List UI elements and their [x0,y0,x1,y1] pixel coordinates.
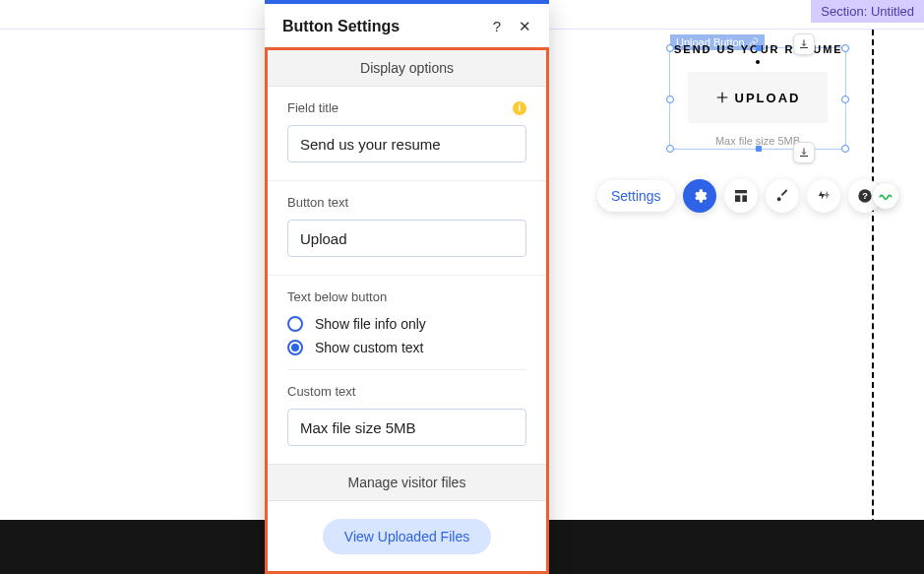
guide-line [872,30,874,574]
resize-handle[interactable] [666,96,674,103]
upload-widget[interactable]: Upload Button SEND US YOUR RESUME UPLOAD… [669,47,846,150]
view-uploaded-files-button[interactable]: View Uploaded Files [323,519,491,554]
button-text-input[interactable] [287,220,526,257]
panel-title: Button Settings [282,18,400,35]
radio-label: Show file info only [315,316,426,332]
panel-header: Button Settings ? ✕ [265,4,549,47]
radio-icon [287,316,303,332]
gear-icon [692,188,708,204]
resize-handle[interactable] [666,44,674,52]
layout-icon [733,188,749,204]
brush-icon [774,188,790,204]
plus-icon [715,91,729,104]
help-icon: ? [857,188,873,204]
floating-toolbar: Settings ? [597,179,882,213]
panel-close-button[interactable]: ✕ [519,18,531,35]
rotate-handle[interactable] [756,60,760,64]
layout-button[interactable] [724,179,758,213]
radio-file-info-only[interactable]: Show file info only [287,316,526,332]
squiggle-icon [878,188,893,204]
resize-handle[interactable] [756,146,762,152]
section-badge[interactable]: Section: Untitled [811,0,924,23]
svg-rect-1 [735,195,740,202]
download-icon-badge[interactable] [793,33,815,55]
resize-handle[interactable] [841,145,849,153]
svg-text:?: ? [862,191,868,201]
button-text-label: Button text [287,195,526,210]
widget-upload-label: UPLOAD [735,91,801,105]
widget-upload-button[interactable]: UPLOAD [688,72,828,123]
resize-handle[interactable] [756,45,762,51]
download-icon-badge[interactable] [793,142,815,163]
field-title-label: Field title [287,100,339,115]
radio-custom-text[interactable]: Show custom text [287,340,526,355]
animation-icon [816,188,832,204]
manage-files-header: Manage visitor files [268,464,546,501]
custom-text-label: Custom text [287,384,526,399]
text-below-block: Text below button Show file info only Sh… [268,276,546,464]
download-icon [798,38,810,50]
resize-handle[interactable] [841,96,849,103]
panel-help-button[interactable]: ? [493,18,501,35]
svg-rect-2 [742,195,747,202]
custom-text-input[interactable] [287,409,526,446]
radio-label: Show custom text [315,340,424,355]
field-title-input[interactable] [287,125,526,162]
svg-rect-0 [735,190,747,193]
divider [287,369,526,370]
animate-button[interactable] [807,179,840,213]
display-options-header: Display options [268,50,546,87]
resize-handle[interactable] [666,145,674,153]
panel-body: Display options Field title i Button tex… [265,47,549,574]
section-style-button[interactable] [873,183,898,209]
radio-icon [287,340,303,355]
text-below-label: Text below button [287,289,526,304]
design-button[interactable] [766,179,799,213]
download-icon [798,147,810,159]
gear-button[interactable] [683,179,716,213]
info-icon[interactable]: i [513,101,526,115]
resize-handle[interactable] [841,44,849,52]
field-title-block: Field title i [268,87,546,181]
button-text-block: Button text [268,181,546,276]
settings-button[interactable]: Settings [597,180,675,212]
settings-panel: Button Settings ? ✕ Display options Fiel… [265,0,549,574]
